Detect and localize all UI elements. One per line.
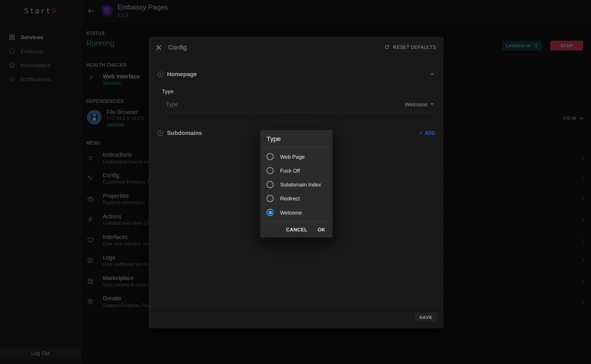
type-dialog: Type Web Page Fuck Off Subdomain Index R…: [260, 130, 332, 237]
type-dialog-actions: CANCEL OK: [260, 222, 332, 237]
type-options-list: Web Page Fuck Off Subdomain Index Redire…: [260, 147, 332, 222]
type-option-subdomain-index[interactable]: Subdomain Index: [260, 178, 332, 191]
type-option-fuck-off[interactable]: Fuck Off: [260, 164, 332, 178]
ok-button[interactable]: OK: [318, 227, 325, 233]
type-option-redirect[interactable]: Redirect: [260, 191, 332, 205]
radio-icon: [266, 167, 274, 174]
radio-icon: [266, 181, 274, 188]
radio-selected-icon: [266, 209, 274, 216]
type-option-welcome[interactable]: Welcome: [260, 205, 332, 219]
type-option-web-page[interactable]: Web Page: [260, 150, 332, 164]
cancel-button[interactable]: CANCEL: [286, 227, 308, 233]
type-dialog-title: Type: [260, 130, 332, 147]
radio-icon: [266, 153, 274, 160]
app-root: Start9 Services Embassy Marketplace Noti…: [0, 0, 591, 364]
radio-icon: [266, 195, 274, 202]
